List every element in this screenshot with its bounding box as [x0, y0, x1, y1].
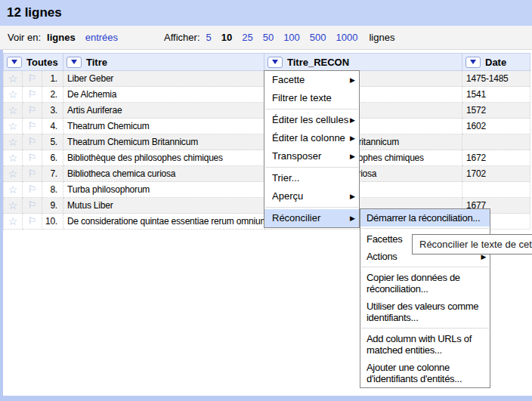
menu-item-label: Éditer la colonne	[272, 132, 345, 143]
column-header-titre: Titre	[63, 53, 264, 71]
flag-icon[interactable]: ⚐	[23, 134, 42, 150]
star-icon[interactable]: ☆	[3, 103, 23, 119]
date-column-dropdown-button[interactable]	[466, 57, 481, 68]
rows-suffix-label: lignes	[369, 32, 394, 43]
page-size-100[interactable]: 100	[283, 32, 300, 43]
page-size-25[interactable]: 25	[242, 32, 252, 43]
star-icon[interactable]: ☆	[3, 150, 23, 166]
menu-item-aper-u[interactable]: Aperçu▶	[264, 187, 359, 205]
title-bar: 12 lignes	[0, 0, 532, 26]
column-header-label: Titre_RECON	[287, 57, 349, 68]
star-icon[interactable]: ☆	[3, 214, 23, 230]
star-icon[interactable]: ☆	[3, 182, 23, 198]
cell-titre[interactable]: De Alchemia	[63, 87, 264, 103]
menu-item-diter-les-cellules[interactable]: Éditer les cellules▶	[264, 111, 359, 129]
submenu-arrow-icon: ▶	[350, 132, 355, 144]
menu-item-ajouter-une-colonne-d-identifiants-d-entit-s[interactable]: Ajouter une colonne d'identifiants d'ent…	[360, 359, 490, 387]
cell-titre[interactable]: Theatrum Chemicum Britannicum	[63, 134, 264, 150]
view-toolbar: Voir en: lignesentrées Afficher: 5102550…	[0, 26, 532, 50]
chevron-down-icon	[470, 60, 476, 64]
menu-item-d-marrer-la-r-conciliation[interactable]: Démarrer la réconciliation...	[360, 209, 490, 227]
column-header-date: Date	[462, 53, 530, 71]
row-index: 2.	[42, 87, 63, 103]
row-index: 8.	[42, 182, 63, 198]
menu-item-label: Ajouter une colonne d'identifiants d'ent…	[367, 362, 462, 384]
menu-item-diter-la-colonne[interactable]: Éditer la colonne▶	[264, 129, 359, 147]
column-header-label: Date	[485, 57, 506, 68]
star-icon[interactable]: ☆	[3, 119, 23, 134]
flag-icon[interactable]: ⚐	[23, 182, 42, 198]
cell-titre[interactable]: Mutus Liber	[63, 198, 264, 214]
submenu-arrow-icon: ▶	[350, 212, 355, 224]
cell-date[interactable]: 1672	[462, 150, 530, 166]
titre-recon-column-dropdown-button[interactable]	[268, 57, 283, 68]
cell-titre[interactable]: Turba philosophorum	[63, 182, 264, 198]
cell-titre[interactable]: De consideratione quintae essentiae reru…	[63, 214, 264, 230]
flag-icon[interactable]: ⚐	[23, 87, 42, 103]
cell-titre[interactable]: Liber Geber	[63, 71, 264, 87]
flag-icon[interactable]: ⚐	[23, 214, 42, 230]
chevron-down-icon	[272, 60, 278, 64]
view-mode-lignes[interactable]: lignes	[47, 32, 76, 43]
cell-date[interactable]: 1702	[462, 166, 530, 182]
menu-separator	[265, 167, 358, 168]
flag-icon[interactable]: ⚐	[23, 150, 42, 166]
all-column-dropdown-button[interactable]	[7, 57, 22, 68]
menu-item-add-column-with-urls-of-matched-entities[interactable]: Add column with URLs of matched entities…	[360, 330, 490, 359]
cell-date[interactable]: 1541	[462, 87, 530, 103]
column-dropdown-menu: Facette▶Filtrer le texteÉditer les cellu…	[264, 70, 360, 228]
menu-item-transposer[interactable]: Transposer▶	[264, 147, 359, 165]
flag-icon[interactable]: ⚐	[23, 119, 42, 134]
cell-titre[interactable]: Theatrum Chemicum	[63, 119, 264, 134]
column-header-all: Toutes	[3, 53, 63, 71]
row-index: 9.	[42, 198, 63, 214]
star-icon[interactable]: ☆	[3, 87, 23, 103]
menu-item-label: Filtrer le texte	[272, 92, 332, 103]
menu-item-label: Facette	[272, 74, 305, 85]
menu-item-copier-les-donn-es-de-r-conciliation[interactable]: Copier les données de réconciliation...	[360, 269, 490, 298]
menu-item-label: Démarrer la réconciliation...	[367, 212, 480, 224]
star-icon[interactable]: ☆	[3, 134, 23, 150]
cell-titre[interactable]: Bibliothèque des philosophes chimiques	[63, 150, 264, 166]
menu-item-label: Réconcilier	[272, 212, 320, 224]
page-size-1000[interactable]: 1000	[336, 32, 358, 43]
page-size-5[interactable]: 5	[206, 32, 212, 43]
page-size-50[interactable]: 50	[263, 32, 274, 43]
row-index: 7.	[42, 166, 63, 182]
menu-separator	[265, 109, 358, 110]
view-mode-entr-es[interactable]: entrées	[85, 32, 118, 43]
menu-item-utiliser-des-valeurs-comme-identifiants[interactable]: Utiliser des valeurs comme identifiants.…	[360, 298, 490, 326]
titre-column-dropdown-button[interactable]	[66, 57, 82, 68]
submenu-arrow-icon: ▶	[350, 150, 355, 162]
cell-date[interactable]: 1602	[462, 119, 530, 134]
tooltip-text: Réconcilier le texte de cette	[419, 239, 532, 250]
column-header-label: Titre	[86, 57, 107, 68]
star-icon[interactable]: ☆	[3, 166, 23, 182]
menu-item-filtrer-le-texte[interactable]: Filtrer le texte	[264, 89, 359, 107]
chevron-down-icon	[11, 60, 17, 64]
flag-icon[interactable]: ⚐	[23, 71, 42, 87]
flag-icon[interactable]: ⚐	[23, 103, 42, 119]
cell-date[interactable]	[462, 134, 530, 150]
row-index: 1.	[42, 71, 63, 87]
column-header-label: Toutes	[26, 57, 58, 68]
flag-icon[interactable]: ⚐	[23, 166, 42, 182]
menu-item-trier[interactable]: Trier...	[264, 169, 359, 187]
menu-separator	[361, 328, 489, 329]
page-size-list: 51025501005001000	[206, 32, 368, 43]
cell-date[interactable]: 1475-1485	[462, 71, 530, 87]
cell-titre[interactable]: Bibliotheca chemica curiosa	[63, 166, 264, 182]
star-icon[interactable]: ☆	[3, 198, 23, 214]
menu-item-facette[interactable]: Facette▶	[264, 71, 359, 89]
star-icon[interactable]: ☆	[3, 71, 23, 87]
page-size-500[interactable]: 500	[310, 32, 326, 43]
row-index: 10.	[42, 214, 63, 230]
cell-titre[interactable]: Artis Auriferae	[63, 103, 264, 119]
menu-item-label: Utiliser des valeurs comme identifiants.…	[367, 301, 478, 323]
cell-date[interactable]	[462, 182, 530, 198]
menu-item-r-concilier[interactable]: Réconcilier▶	[264, 209, 359, 227]
flag-icon[interactable]: ⚐	[23, 198, 42, 214]
submenu-arrow-icon: ▶	[350, 114, 355, 126]
cell-date[interactable]: 1572	[462, 103, 530, 119]
page-size-10[interactable]: 10	[221, 32, 232, 43]
